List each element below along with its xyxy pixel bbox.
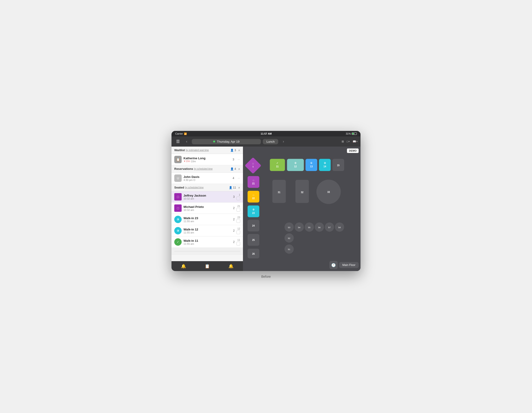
date-section[interactable]: Thursday, Apr 19 (192, 139, 261, 144)
arrow-icon: → (237, 158, 240, 161)
demo-badge: DEMO (347, 149, 359, 153)
waitlist-sub[interactable]: by estimated seat time (186, 149, 209, 151)
avatar: □ (174, 204, 182, 212)
avatar: ③ (174, 227, 182, 235)
guest-detail: 11:55 am (183, 220, 231, 223)
table-32[interactable]: 32 (295, 180, 309, 203)
table-b4[interactable]: b4 (294, 222, 304, 232)
list-item[interactable]: ③ Walk-in 12 11:55 am 2 12 (171, 225, 243, 236)
table-26[interactable]: 26 (247, 249, 259, 258)
svg-rect-3 (270, 159, 285, 171)
table-33[interactable]: 33 (316, 179, 341, 204)
table-b3[interactable]: b3 (285, 222, 294, 232)
list-item[interactable]: ✓ Walk-in 11 11:55 am 2 11 (171, 236, 243, 248)
arrow-icon: → (237, 176, 240, 180)
table-25[interactable]: 25 (247, 234, 259, 246)
svg-text:□: □ (253, 179, 254, 182)
svg-text:b8: b8 (338, 226, 341, 229)
quoted-time: 10m (191, 160, 196, 163)
list-item[interactable]: U John Davis 4:30 pm 4 → (171, 173, 243, 184)
prev-arrow[interactable]: ‹ (183, 138, 190, 145)
table-b5[interactable]: b5 (305, 222, 314, 232)
list-item[interactable]: 📋 Katherine Long ▼10m 10m 3 → (171, 154, 243, 165)
battery-percent: 31% (346, 132, 351, 135)
table-1[interactable]: □ 1 (245, 157, 261, 174)
next-arrow[interactable]: › (280, 138, 286, 145)
table-21[interactable]: □ 21 (247, 176, 259, 188)
svg-text:b6: b6 (318, 226, 320, 229)
table-b7[interactable]: b7 (325, 222, 334, 232)
table-b8[interactable]: b8 (335, 222, 344, 232)
date-label: Thursday, Apr 19 (217, 140, 239, 143)
guest-name: Walk-in 23 (183, 216, 231, 220)
svg-text:25: 25 (252, 239, 255, 241)
table-22[interactable]: □ 22 (247, 191, 259, 203)
svg-text:13: 13 (310, 165, 313, 168)
avatar: U (174, 174, 182, 182)
svg-text:31: 31 (278, 191, 281, 194)
people-icon-seated: 👤 (229, 186, 232, 189)
menu-button[interactable]: ☰ (174, 138, 182, 145)
svg-text:b1: b1 (288, 248, 290, 251)
wait-time: ▼10m (183, 160, 190, 162)
floor-name-button[interactable]: Main Floor (339, 262, 359, 268)
table-b2[interactable]: b2 (285, 234, 294, 243)
svg-text:32: 32 (301, 191, 304, 194)
svg-text:12: 12 (294, 165, 297, 168)
seated-collapse[interactable]: ∧ (238, 186, 240, 189)
seated-sub[interactable]: by scheduled time (185, 186, 204, 189)
seated-section-header: Seated by scheduled time 👤 11 ∧ (171, 184, 243, 191)
guest-name: Walk-in 12 (183, 228, 231, 231)
svg-text:①: ① (310, 162, 312, 164)
guest-detail: ▼10m 10m (183, 160, 231, 163)
party-size: 3 (233, 158, 234, 161)
table-b1[interactable]: b1 (285, 244, 294, 254)
battery-tip (354, 133, 354, 134)
list-item[interactable]: ③ Walk-in 23 11:55 am 2 23 (171, 214, 243, 225)
item-info: Katherine Long ▼10m 10m (183, 157, 231, 163)
list-view-button[interactable]: ⊞ (342, 140, 344, 143)
svg-text:✓: ✓ (276, 162, 278, 164)
check-box[interactable] (237, 219, 240, 223)
seated-count-num: 11 (233, 186, 236, 189)
table-b6[interactable]: b6 (315, 222, 324, 232)
reservations-collapse[interactable]: ∧ (238, 167, 240, 170)
add-table-button[interactable]: □+ (347, 140, 350, 143)
item-info: Michael Prieto 10:32 am (183, 205, 231, 211)
table-15[interactable]: 15 (332, 159, 344, 171)
floor-plan: DEMO □ 1 ✓ 11 ③ 1 (243, 147, 361, 271)
svg-text:b5: b5 (308, 226, 311, 229)
book-button[interactable]: 📖+ (353, 140, 358, 143)
notifications-tab[interactable]: 🔔 (171, 263, 195, 270)
svg-text:b3: b3 (288, 226, 290, 229)
service-label[interactable]: Lunch (263, 139, 278, 144)
avatar: □ (174, 193, 182, 200)
table-14[interactable]: ② 14 (319, 159, 331, 171)
table-13[interactable]: ① 13 (305, 159, 317, 171)
item-info: Walk-in 12 11:55 am (183, 228, 231, 234)
guest-name: Walk-in 11 (183, 239, 231, 243)
table-11[interactable]: ✓ 11 (270, 159, 285, 171)
reservations-count-num: 4 (234, 167, 236, 170)
check-box[interactable] (237, 208, 240, 212)
table-24[interactable]: 24 (247, 220, 259, 231)
table-12[interactable]: ③ 12 (287, 159, 304, 171)
waitlist-title: Waitlist (174, 149, 185, 152)
waitlist-tab[interactable]: 📋 (195, 263, 219, 270)
list-item[interactable]: □ Jeffrey Jackson 10:32 am 3 1 (171, 191, 243, 203)
svg-text:b2: b2 (288, 237, 290, 239)
svg-text:③: ③ (294, 162, 296, 164)
check-box[interactable] (237, 230, 240, 234)
reservations-title: Reservations (174, 167, 193, 170)
table-31[interactable]: 31 (272, 180, 286, 203)
reservations-sub[interactable]: by scheduled time (194, 168, 213, 170)
table-23[interactable]: ③ 23 (247, 205, 259, 217)
check-box[interactable] (237, 197, 240, 200)
page-label: Before (257, 271, 274, 282)
list-item[interactable]: □ Michael Prieto 10:32 am 2 21 (171, 203, 243, 214)
svg-text:b4: b4 (298, 226, 300, 229)
alerts-tab[interactable]: 🔔 (219, 263, 243, 270)
clock-button[interactable]: 🕐 (329, 261, 338, 269)
check-box[interactable] (237, 242, 240, 245)
waitlist-collapse[interactable]: ∧ (238, 149, 240, 152)
